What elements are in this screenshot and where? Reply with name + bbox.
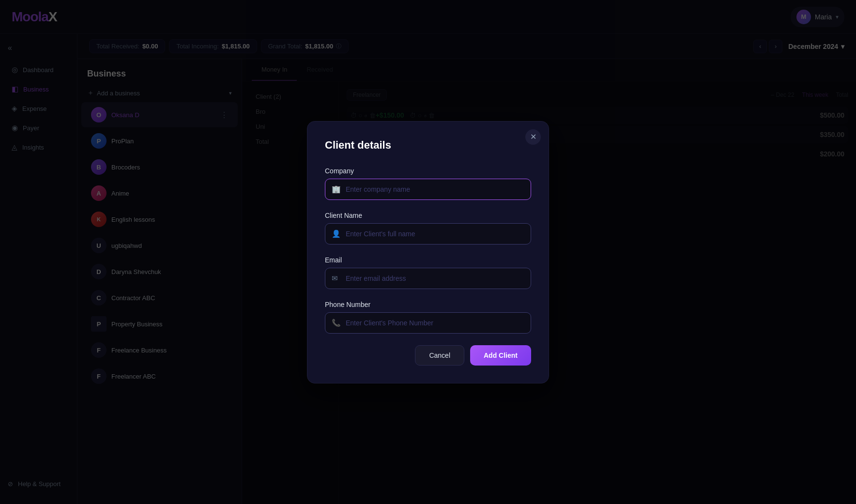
modal-actions: Cancel Add Client — [325, 345, 531, 366]
company-field-group: Company 🏢 — [325, 167, 531, 200]
phone-label: Phone Number — [325, 301, 531, 308]
add-client-button[interactable]: Add Client — [470, 345, 531, 366]
client-details-modal: Client details ✕ Company 🏢 Client Name 👤… — [307, 121, 549, 383]
email-input[interactable] — [325, 268, 531, 289]
client-name-input-wrapper: 👤 — [325, 223, 531, 244]
client-name-field-group: Client Name 👤 — [325, 212, 531, 244]
company-icon: 🏢 — [332, 185, 341, 194]
phone-field-group: Phone Number 📞 — [325, 301, 531, 334]
phone-input-wrapper: 📞 — [325, 312, 531, 334]
company-label: Company — [325, 167, 531, 175]
client-name-input[interactable] — [325, 223, 531, 244]
client-name-label: Client Name — [325, 212, 531, 219]
modal-close-button[interactable]: ✕ — [525, 129, 541, 145]
phone-input[interactable] — [325, 312, 531, 334]
person-icon: 👤 — [332, 229, 341, 238]
company-input-wrapper: 🏢 — [325, 179, 531, 200]
email-label: Email — [325, 256, 531, 264]
modal-overlay: Client details ✕ Company 🏢 Client Name 👤… — [0, 0, 856, 504]
phone-icon: 📞 — [332, 319, 341, 327]
email-icon: ✉ — [332, 274, 338, 283]
cancel-button[interactable]: Cancel — [415, 345, 464, 366]
email-input-wrapper: ✉ — [325, 268, 531, 289]
modal-title: Client details — [325, 139, 531, 152]
email-field-group: Email ✉ — [325, 256, 531, 289]
company-input[interactable] — [325, 179, 531, 200]
